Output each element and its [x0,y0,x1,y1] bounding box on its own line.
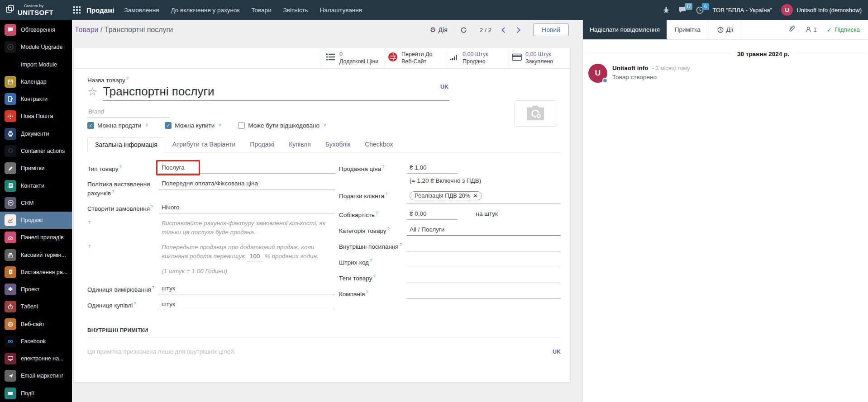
attachments-paperclip-icon[interactable] [788,25,795,34]
message-avatar: U [588,64,607,83]
pager-next-icon[interactable] [515,27,520,33]
debug-bug-icon[interactable] [663,6,670,14]
tag-remove-icon[interactable]: × [474,192,477,199]
menu-reporting[interactable]: Звітність [283,7,308,14]
sidebar-item-elearning[interactable]: електронне на... [0,350,72,367]
stat-purchased[interactable]: 0,00 ШтукЗакуплено [508,47,570,68]
followers-button[interactable]: 1 [805,26,817,33]
gear-icon: ⚙ [430,26,436,34]
sidebar-item-nova-poshta[interactable]: Нова Пошта [0,108,72,125]
unitsoft-logo[interactable]: Custom by UNITSOFT [0,4,67,16]
refresh-icon[interactable] [460,27,467,33]
product-image-placeholder[interactable] [515,100,556,127]
internal-notes-input[interactable]: Ця примітка призначена лише для внутрішн… [87,348,235,355]
tab-sales[interactable]: Продажі [243,137,281,152]
chatter-panel: Надіслати повідомлення Примітка Дії 1 ✓ … [582,20,868,402]
stat-go-to-website[interactable]: Перейти ДоВеб-Сайт [384,47,446,68]
action-menu-button[interactable]: ⚙ Дія [430,26,448,34]
barcode-label: Штрих-код? [339,257,407,267]
barcode-input[interactable] [407,257,561,267]
sidebar-item-container-actions[interactable]: Container actions [0,142,72,160]
checkbox-checked-icon[interactable]: ✓ [87,122,94,129]
customer-taxes-label: Податки клієнта? [339,190,407,200]
messages-icon[interactable]: 17 [679,6,687,14]
tab-general-information[interactable]: Загальна інформація [87,137,165,152]
sidebar-item-discuss[interactable]: Обговорення [0,21,72,38]
message-author[interactable]: Unitsoft info [612,65,648,71]
brand-input[interactable]: Brand [87,107,170,118]
sidebar-item-facebook[interactable]: ∞ Facebook [0,333,72,350]
invoice-help-text: Виставляйте рахунок-фактуру замовленої к… [159,219,331,237]
sidebar-item-module-upgrade[interactable]: Module Upgrade [0,38,72,56]
sidebar-item-notes[interactable]: Примітки [0,160,72,177]
new-record-button[interactable]: Новий [533,24,569,36]
sidebar-item-events[interactable]: Події [0,385,72,402]
credit-card-icon [512,53,522,63]
activities-clock-icon[interactable]: 6 [696,6,704,14]
activities-button[interactable]: Дії [709,20,742,39]
sidebar-item-crm[interactable]: CRM [0,194,72,212]
sidebar-item-email-marketing[interactable]: Email-маркетинг [0,367,72,384]
notes-lang-badge[interactable]: UK [553,349,561,355]
sidebar-item-sales[interactable]: Продажі [0,212,72,229]
current-app-name[interactable]: Продажі [86,6,114,14]
checkbox-unchecked-icon[interactable] [238,122,245,129]
uom-input[interactable]: штук [159,284,335,294]
menu-to-invoice[interactable]: До включення у рахунок [171,7,240,14]
tab-purchase[interactable]: Купівля [281,137,318,152]
tab-checkbox[interactable]: Checkbox [358,137,400,152]
log-note-button[interactable]: Примітка [667,20,709,39]
stat-sold[interactable]: 0,00 ШтукПродано [446,47,508,68]
menu-products[interactable]: Товари [251,7,271,14]
sidebar-item-dashboards[interactable]: Панелі приладів [0,229,72,246]
tax-tag[interactable]: Реалізація ПДВ 20% × [410,191,482,200]
logo-unitsoft: UNITSOFT [18,9,53,16]
stat-extra-prices[interactable]: 0Додаткові Ціни [322,47,384,68]
sales-price-input[interactable]: ₴ 1,00 [407,163,458,174]
pager-previous-icon[interactable] [501,27,507,33]
checkbox-can-be-expensed[interactable]: Може бути відшкодовано? [238,122,326,129]
internal-notes-heading: ВНУТРІШНІ ПРИМІТКИ [87,327,561,337]
apps-grid-icon[interactable] [73,6,81,14]
upsell-ratio-input[interactable]: 100 [247,252,263,261]
arrows-cross-icon [5,110,16,122]
sidebar-item-calendar[interactable]: Календар [0,73,72,90]
menu-settings[interactable]: Налаштування [320,7,362,14]
sidebar-item-import-module[interactable]: Import Module [0,56,72,73]
control-panel: Товари / Транспортні послуги ⚙ Дія 2 / 2… [72,20,582,40]
checkbox-checked-icon[interactable]: ✓ [165,122,172,129]
internal-reference-input[interactable] [407,241,561,251]
product-tags-input[interactable] [407,273,561,283]
cost-input[interactable]: ₴ 0,00 [407,209,458,220]
favorite-star-icon[interactable]: ☆ [87,85,97,98]
sidebar-item-documents[interactable]: Документи [0,125,72,142]
company-input[interactable] [407,288,561,299]
sales-price-label: Продажна ціна? [339,163,407,173]
checkbox-can-be-purchased[interactable]: ✓ Можна купити? [165,122,221,129]
translation-lang-badge[interactable]: UK [440,84,448,90]
sidebar-item-pos[interactable]: Касовий термін... [0,246,72,263]
product-name-input[interactable]: Транспортні послуги [103,85,214,98]
tab-attributes-variants[interactable]: Атрибути та Варіанти [165,137,243,152]
tab-accounting[interactable]: Бухоблік [318,137,358,152]
purchase-uom-input[interactable]: штук [159,300,335,310]
user-menu[interactable]: U Unitsoft info (demoshow) [781,4,862,16]
sidebar-item-contracts[interactable]: Контракти [0,90,72,108]
send-message-button[interactable]: Надіслати повідомлення [583,20,667,39]
sidebar-item-timesheets[interactable]: Табелі [0,298,72,315]
product-type-input[interactable]: Послуга [159,163,335,174]
product-category-input[interactable]: All / Послуги [407,225,561,236]
sidebar-item-website[interactable]: Веб-сайт [0,316,72,333]
create-order-input[interactable]: Нічого [159,203,335,213]
menu-orders[interactable]: Замовлення [124,7,159,14]
internal-reference-label: Внутрішні посилання? [339,241,407,251]
following-button[interactable]: ✓ Підписка [827,26,860,33]
invoicing-policy-input[interactable]: Попередня оплата/Фіксована ціна [159,179,335,189]
customer-taxes-input[interactable]: Реалізація ПДВ 20% × [407,190,561,204]
sidebar-item-contacts[interactable]: Контакти [0,177,72,194]
checkbox-can-be-sold[interactable]: ✓ Можна продати? [87,122,148,129]
sidebar-item-invoicing[interactable]: $ Виставлення ра... [0,264,72,281]
breadcrumb-products[interactable]: Товари [75,26,98,33]
sidebar-item-project[interactable]: Проект [0,281,72,298]
company-switcher[interactable]: ТОВ "БПЛА - Україна" [713,7,772,14]
